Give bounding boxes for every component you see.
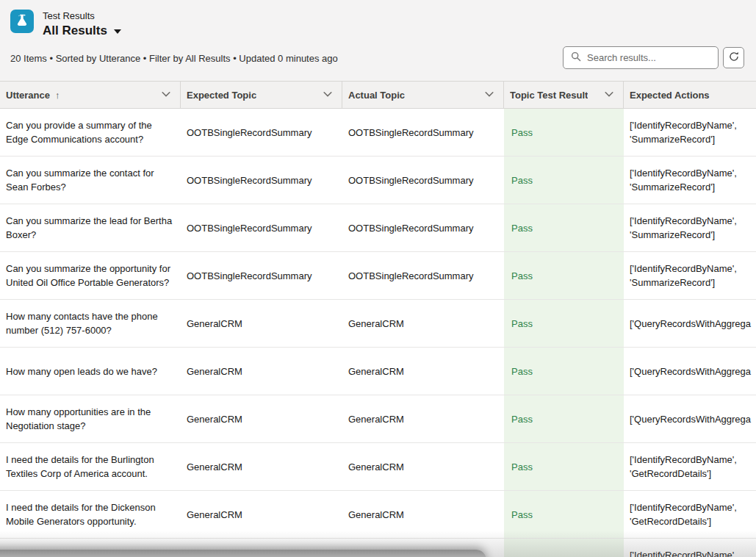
expected-actions-cell: ['IdentifyRecordByName', 'GetRecordDetai… — [624, 491, 756, 538]
table-row[interactable]: I need the details for the Burlington Te… — [0, 443, 756, 491]
column-header-topic-test-result[interactable]: Topic Test Result — [504, 82, 624, 108]
topic-test-result-cell: Pass — [504, 348, 624, 395]
chevron-down-icon[interactable] — [323, 89, 333, 101]
table-header-row: Utterance ↑ Expected Topic Actual Topic — [0, 81, 756, 109]
actual-topic-cell: OOTBSingleRecordSummary — [342, 109, 504, 156]
topic-test-result-cell: Pass — [504, 252, 624, 299]
expected-topic-cell: OOTBSingleRecordSummary — [181, 157, 342, 204]
column-header-actual-topic[interactable]: Actual Topic — [342, 82, 504, 108]
utterance-cell: How many opportunities are in the Negoti… — [0, 395, 181, 442]
page-header: Test Results All Results 20 Items • Sort… — [0, 0, 756, 81]
flask-icon — [15, 12, 29, 30]
column-label: Expected Topic — [187, 90, 256, 101]
chevron-down-icon[interactable] — [484, 89, 494, 101]
expected-topic-cell: GeneralCRM — [181, 300, 342, 347]
refresh-button[interactable] — [723, 47, 744, 68]
chevron-down-icon[interactable] — [604, 89, 614, 101]
view-label: All Results — [43, 24, 107, 38]
table-row[interactable]: Can you summarize the lead for Bertha Bo… — [0, 204, 756, 252]
topic-test-result-cell: Pass — [504, 300, 624, 347]
actual-topic-cell: GeneralCRM — [342, 491, 504, 538]
expected-actions-cell: ['QueryRecordsWithAggrega — [624, 348, 756, 395]
table-row[interactable]: Can you provide a summary of the Edge Co… — [0, 109, 756, 157]
expected-topic-cell: OOTBSingleRecordSummary — [181, 252, 342, 299]
actual-topic-cell: OOTBSingleRecordSummary — [342, 252, 504, 299]
expected-actions-cell: ['QueryRecordsWithAggrega — [624, 395, 756, 442]
expected-topic-cell: GeneralCRM — [181, 395, 342, 442]
actual-topic-cell: GeneralCRM — [342, 300, 504, 347]
table-row[interactable]: Can you summarize the opportunity for Un… — [0, 252, 756, 300]
topic-test-result-cell: Pass — [504, 204, 624, 251]
caret-down-icon — [114, 29, 121, 34]
arrow-up-icon: ↑ — [55, 90, 60, 101]
expected-topic-cell: GeneralCRM — [181, 348, 342, 395]
topic-test-result-cell: Pass — [504, 157, 624, 204]
column-header-utterance[interactable]: Utterance ↑ — [0, 82, 181, 108]
table-body: Can you provide a summary of the Edge Co… — [0, 109, 756, 557]
actual-topic-cell: GeneralCRM — [342, 395, 504, 442]
utterance-cell: Can you summarize the lead for Bertha Bo… — [0, 204, 181, 251]
actual-topic-cell: OOTBSingleRecordSummary — [342, 157, 504, 204]
expected-actions-cell: ['IdentifyRecordByName', 'SummarizeRecor… — [624, 252, 756, 299]
column-label: Expected Actions — [630, 90, 710, 101]
list-summary-text: 20 Items • Sorted by Utterance • Filter … — [10, 53, 338, 64]
expected-topic-cell: OOTBSingleRecordSummary — [181, 204, 342, 251]
expected-actions-cell: ['IdentifyRecordByName', 'SummarizeRecor… — [624, 204, 756, 251]
utterance-cell: Can you summarize the opportunity for Un… — [0, 252, 181, 299]
utterance-cell: How many contacts have the phone number … — [0, 300, 181, 347]
column-header-expected-topic[interactable]: Expected Topic — [181, 82, 342, 108]
actual-topic-cell: GeneralCRM — [342, 443, 504, 490]
column-label: Topic Test Result — [510, 90, 588, 101]
table-row[interactable]: How many open leads do we have? GeneralC… — [0, 348, 756, 395]
expected-actions-cell: ['IdentifyRecordByName', 'GetRecordDetai… — [624, 443, 756, 490]
expected-topic-cell: GeneralCRM — [181, 491, 342, 538]
utterance-cell: I need the details for the Burlington Te… — [0, 443, 181, 490]
table-row[interactable]: How many contacts have the phone number … — [0, 300, 756, 348]
topic-test-result-cell: Pass — [504, 109, 624, 156]
table-row[interactable]: How many opportunities are in the Negoti… — [0, 395, 756, 443]
column-label: Actual Topic — [348, 90, 405, 101]
utterance-cell: Can you provide a summary of the Edge Co… — [0, 109, 181, 156]
table-row[interactable]: I need the details for the Dickenson Mob… — [0, 491, 756, 539]
topic-test-result-cell: Pass — [504, 491, 624, 538]
docked-panel-edge[interactable] — [0, 550, 486, 557]
topic-test-result-cell: Pass — [504, 443, 624, 490]
utterance-cell: I need the details for the Dickenson Mob… — [0, 491, 181, 538]
refresh-icon — [728, 51, 740, 65]
column-header-expected-actions[interactable]: Expected Actions — [624, 82, 756, 108]
test-results-object-icon — [10, 10, 34, 33]
search-icon — [571, 51, 581, 65]
expected-topic-cell: GeneralCRM — [181, 443, 342, 490]
utterance-cell: How many open leads do we have? — [0, 348, 181, 395]
results-table: Utterance ↑ Expected Topic Actual Topic — [0, 81, 756, 557]
actual-topic-cell: GeneralCRM — [342, 348, 504, 395]
expected-actions-cell: ['IdentifyRecordByName', 'SummarizeRecor… — [624, 157, 756, 204]
expected-topic-cell: OOTBSingleRecordSummary — [181, 109, 342, 156]
search-input[interactable] — [587, 52, 712, 63]
list-view-selector[interactable]: All Results — [43, 24, 121, 38]
chevron-down-icon[interactable] — [161, 89, 171, 101]
topic-test-result-cell — [504, 539, 624, 557]
expected-actions-cell: ['QueryRecordsWithAggrega — [624, 300, 756, 347]
expected-actions-cell: ['IdentifyRecordByName' — [624, 539, 756, 557]
test-results-page: Test Results All Results 20 Items • Sort… — [0, 0, 756, 557]
title-block: Test Results All Results — [43, 10, 121, 38]
topic-test-result-cell: Pass — [504, 395, 624, 442]
table-row[interactable]: Can you summarize the contact for Sean F… — [0, 157, 756, 204]
utterance-cell: Can you summarize the contact for Sean F… — [0, 157, 181, 204]
expected-actions-cell: ['IdentifyRecordByName', 'SummarizeRecor… — [624, 109, 756, 156]
column-label: Utterance — [6, 90, 50, 101]
search-box[interactable] — [563, 46, 719, 69]
actual-topic-cell: OOTBSingleRecordSummary — [342, 204, 504, 251]
object-label: Test Results — [43, 10, 121, 22]
